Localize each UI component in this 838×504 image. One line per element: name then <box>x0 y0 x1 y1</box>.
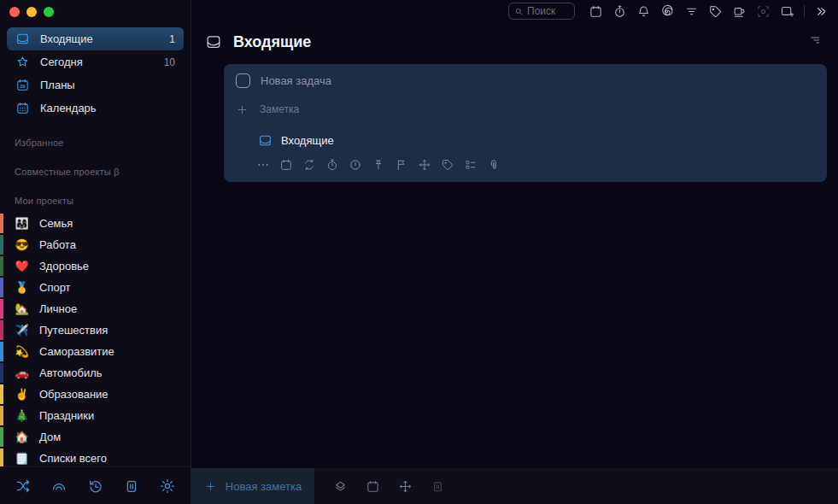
project-name: Здоровье <box>39 260 89 273</box>
sidebar-item-label: Входящие <box>40 32 159 45</box>
move-icon[interactable] <box>418 158 431 172</box>
task-list-empty-area <box>191 182 838 468</box>
plus-icon <box>204 480 217 493</box>
inbox-icon <box>205 33 222 50</box>
project-item[interactable]: 😎 Работа <box>0 234 190 255</box>
close-window-button[interactable] <box>9 7 20 17</box>
calendar-29-icon <box>15 78 30 92</box>
project-emoji-icon: 😎 <box>15 238 29 251</box>
app-window: Входящие 1 Сегодня 10 Планы Календарь Из… <box>0 0 838 504</box>
attachment-paperclip-icon[interactable] <box>487 158 501 172</box>
project-name: Образование <box>39 388 108 401</box>
sidebar-item-label: Сегодня <box>40 56 154 68</box>
calendar-icon[interactable] <box>589 4 603 19</box>
calendar-grid-icon <box>15 101 30 115</box>
deadline-alarm-icon[interactable] <box>349 158 362 172</box>
project-color-strip <box>0 214 3 233</box>
calendar-icon[interactable] <box>366 479 380 494</box>
project-item[interactable]: 👨‍👩‍👧 Семья <box>0 213 190 234</box>
project-name: Путешествия <box>39 324 108 337</box>
move-icon[interactable] <box>398 479 413 494</box>
new-task-composer: Входящие <box>224 64 827 182</box>
stopwatch-icon[interactable] <box>612 4 627 19</box>
project-color-strip <box>0 256 3 276</box>
task-project-name: Входящие <box>281 134 334 147</box>
sidebar-item-plans[interactable]: Планы <box>7 73 184 97</box>
inbox-icon <box>258 133 272 148</box>
sort-button[interactable] <box>808 33 822 50</box>
scan-focus-icon[interactable] <box>756 4 771 19</box>
section-my-projects: Мои проекты <box>15 196 190 206</box>
project-name: Работа <box>39 238 76 251</box>
project-item[interactable]: 🗒️ Списки всего <box>0 448 190 466</box>
chevrons-right-icon[interactable] <box>814 4 829 19</box>
project-name: Списки всего <box>39 452 107 465</box>
search-box[interactable] <box>508 3 575 20</box>
schedule-calendar-icon[interactable] <box>279 158 293 172</box>
task-title-input[interactable] <box>261 74 602 87</box>
zoom-window-button[interactable] <box>44 7 54 17</box>
break-cup-icon[interactable] <box>732 4 747 19</box>
new-note-button[interactable]: Новая заметка <box>191 468 314 504</box>
task-note-row <box>236 102 815 117</box>
new-window-icon[interactable] <box>780 4 794 19</box>
project-item[interactable]: 🏠 Дом <box>0 426 190 448</box>
tag-icon[interactable] <box>708 4 723 19</box>
more-actions-icon[interactable] <box>256 158 270 172</box>
new-task-composer-wrap: Входящие <box>191 56 838 182</box>
project-item[interactable]: ❤️ Здоровье <box>0 255 190 277</box>
settings-gear-icon[interactable] <box>159 478 176 495</box>
filter-icon[interactable] <box>684 4 699 19</box>
project-item[interactable]: ✌️ Образование <box>0 384 190 405</box>
shuffle-icon[interactable] <box>15 478 32 495</box>
task-checkbox[interactable] <box>236 73 250 88</box>
sidebar-item-today[interactable]: Сегодня 10 <box>7 50 184 73</box>
project-name: Праздники <box>39 409 94 422</box>
toolbar-separator <box>804 5 805 18</box>
project-emoji-icon: ❤️ <box>15 260 29 273</box>
minimize-window-button[interactable] <box>26 7 37 17</box>
tag-icon[interactable] <box>441 158 454 172</box>
sidebar-item-inbox[interactable]: Входящие 1 <box>7 27 184 50</box>
notifications-bell-icon[interactable] <box>636 4 651 19</box>
trash-icon[interactable] <box>123 478 140 495</box>
project-item[interactable]: 🥇 Спорт <box>0 277 190 298</box>
project-color-strip <box>0 363 3 383</box>
sidebar: Входящие 1 Сегодня 10 Планы Календарь Из… <box>0 0 191 504</box>
project-item[interactable]: 🏡 Личное <box>0 298 190 319</box>
task-title-row <box>236 71 815 90</box>
flag-icon[interactable] <box>395 158 408 172</box>
timer-icon[interactable] <box>325 158 339 172</box>
task-note-input[interactable] <box>260 103 601 115</box>
top-toolbar <box>191 0 838 22</box>
focus-spiral-icon[interactable] <box>660 4 675 19</box>
trash-icon[interactable] <box>431 479 445 494</box>
search-input[interactable] <box>527 5 571 17</box>
checklist-icon[interactable] <box>464 158 478 172</box>
project-item[interactable]: ✈️ Путешествия <box>0 319 190 341</box>
project-name: Спорт <box>39 281 71 294</box>
task-project-selector[interactable]: Входящие <box>258 131 815 149</box>
layers-icon[interactable] <box>333 479 348 494</box>
sidebar-item-calendar[interactable]: Календарь <box>7 97 184 120</box>
inbox-icon <box>15 32 30 46</box>
history-icon[interactable] <box>87 478 104 495</box>
project-emoji-icon: 🗒️ <box>15 452 29 465</box>
project-item[interactable]: 🎄 Праздники <box>0 405 190 426</box>
new-note-label: Новая заметка <box>226 480 302 493</box>
pin-icon[interactable] <box>372 158 385 172</box>
star-icon <box>15 55 30 69</box>
sort-lines-icon <box>808 33 822 47</box>
project-item[interactable]: 💫 Саморазвитие <box>0 341 190 362</box>
arc-icon[interactable] <box>50 478 67 495</box>
project-color-strip <box>0 278 3 297</box>
project-item[interactable]: 🚗 Автомобиль <box>0 362 190 384</box>
page-title: Входящие <box>233 33 808 51</box>
main-area: Входящие Входящие <box>191 0 838 504</box>
sidebar-toolbar <box>0 466 190 504</box>
sidebar-nav: Входящие 1 Сегодня 10 Планы Календарь <box>0 27 190 120</box>
project-name: Семья <box>39 217 73 230</box>
repeat-icon[interactable] <box>302 158 316 172</box>
sidebar-item-label: Планы <box>40 79 165 91</box>
project-name: Личное <box>39 302 77 315</box>
